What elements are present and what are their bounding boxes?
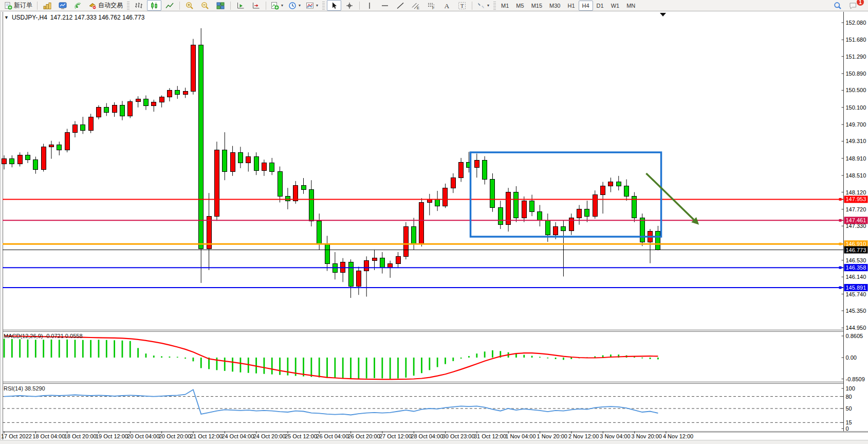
candle-body — [120, 105, 124, 116]
timeframe-button-h1[interactable]: H1 — [564, 1, 578, 11]
candle-body — [593, 195, 597, 217]
candle-body — [301, 185, 306, 189]
svg-text:F: F — [432, 5, 435, 10]
search-button[interactable] — [830, 0, 845, 11]
horizontal-line-button[interactable] — [378, 0, 392, 11]
svg-text:15: 15 — [846, 419, 852, 425]
candle-body — [459, 162, 464, 177]
timeframe-button-w1[interactable]: W1 — [607, 1, 623, 11]
cursor-button[interactable] — [327, 0, 341, 11]
candlestick-mode-button[interactable] — [147, 0, 161, 11]
bar-chart-mode-button[interactable] — [132, 0, 146, 11]
chevron-down-icon: ▾ — [487, 3, 489, 8]
toolbar-drag-handle[interactable] — [127, 2, 130, 10]
svg-text:1 Nov 04:00: 1 Nov 04:00 — [505, 433, 535, 439]
symbol-dropdown-icon[interactable]: ▼ — [4, 15, 9, 20]
horizontal-line-icon — [381, 2, 389, 10]
svg-text:151.680: 151.680 — [846, 37, 866, 43]
zoom-in-button[interactable] — [182, 0, 197, 11]
timeframe-button-m15[interactable]: M15 — [528, 1, 546, 11]
chart-shift-button[interactable] — [233, 0, 248, 11]
line-chart-mode-button[interactable] — [162, 0, 177, 11]
new-order-icon — [4, 2, 12, 10]
candle-body — [293, 185, 298, 201]
text-icon: A — [442, 2, 451, 10]
auto-scroll-button[interactable] — [249, 0, 263, 11]
timeframe-button-m5[interactable]: M5 — [512, 1, 527, 11]
autotrading-button[interactable]: 自动交易 — [86, 0, 125, 11]
candle-body — [443, 188, 448, 206]
svg-text:146.910: 146.910 — [846, 241, 866, 247]
toolbar-drag-handle[interactable] — [322, 2, 325, 10]
charts-window-button[interactable] — [40, 0, 54, 11]
separator — [230, 2, 231, 10]
ohlc-values: 147.212 147.333 146.762 146.773 — [50, 14, 145, 21]
candle-body — [538, 212, 542, 221]
svg-text:27 Oct 12:00: 27 Oct 12:00 — [379, 433, 412, 439]
symbol-timeframe-label: USDJPY-,H4 — [12, 14, 47, 21]
candle-body — [356, 271, 361, 287]
main-toolbar: 新订单 自动交易 ▾ ▾ ▾ E F A T ▾ M1M5M15M30H1H4D… — [0, 0, 868, 11]
svg-text:146.358: 146.358 — [846, 264, 866, 271]
chart-canvas[interactable]: 152.080151.680151.290150.890150.500150.1… — [0, 0, 868, 444]
periods-button[interactable]: ▾ — [286, 0, 303, 11]
candle-body — [553, 226, 558, 235]
chart-list-marker[interactable] — [660, 13, 666, 16]
svg-text:3 Nov 20:00: 3 Nov 20:00 — [632, 433, 662, 439]
tile-windows-button[interactable] — [213, 0, 228, 11]
toolbar-drag-handle[interactable] — [493, 2, 496, 10]
candle-body — [167, 90, 172, 97]
new-order-button[interactable]: 新订单 — [2, 0, 34, 11]
chevron-down-icon: ▾ — [299, 3, 301, 8]
candle-body — [88, 117, 93, 131]
line-chart-icon — [165, 2, 174, 10]
arrow-annotation[interactable] — [646, 173, 694, 220]
svg-text:147.461: 147.461 — [846, 217, 866, 223]
svg-text:A: A — [445, 2, 450, 10]
candle-body — [104, 108, 109, 113]
notifications-button[interactable]: 1 — [846, 0, 860, 11]
candle-body — [372, 258, 377, 261]
svg-text:150.100: 150.100 — [846, 104, 866, 111]
search-icon — [834, 2, 842, 10]
timeframe-button-m30[interactable]: M30 — [546, 1, 564, 11]
text-label-button[interactable]: T — [455, 0, 469, 11]
strategy-tester-button[interactable] — [56, 0, 70, 11]
svg-text:145.350: 145.350 — [846, 308, 866, 314]
timeframe-button-d1[interactable]: D1 — [593, 1, 607, 11]
signals-button[interactable] — [71, 0, 85, 11]
rsi-name: RSI(14) — [4, 385, 23, 392]
svg-text:150.500: 150.500 — [846, 87, 866, 93]
chevron-down-icon: ▾ — [316, 3, 318, 8]
chart-title-bar: ▼ USDJPY-,H4 147.212 147.333 146.762 146… — [4, 14, 144, 21]
separator — [37, 2, 38, 10]
candle-body — [569, 218, 574, 230]
fibonacci-button[interactable]: F — [424, 0, 438, 11]
candle-body — [143, 99, 148, 105]
vertical-line-icon — [365, 2, 374, 10]
zoom-out-button[interactable] — [198, 0, 212, 11]
indicators-button[interactable]: ▾ — [269, 0, 285, 11]
timeframe-button-h4[interactable]: H4 — [579, 1, 593, 11]
trendline-button[interactable] — [393, 0, 408, 11]
svg-text:146.530: 146.530 — [846, 257, 866, 263]
templates-button[interactable]: ▾ — [304, 0, 320, 11]
trendline-icon — [396, 2, 404, 10]
svg-text:100: 100 — [846, 385, 855, 392]
candle-body — [577, 209, 582, 218]
text-button[interactable]: A — [439, 0, 454, 11]
timeframe-button-m1[interactable]: M1 — [497, 1, 512, 11]
timeframe-button-mn[interactable]: MN — [623, 1, 639, 11]
vertical-line-button[interactable] — [362, 0, 377, 11]
channel-button[interactable]: E — [409, 0, 423, 11]
candle-body — [451, 177, 455, 188]
svg-text:144.950: 144.950 — [846, 325, 866, 331]
separator — [359, 2, 360, 10]
candle-body — [230, 152, 235, 171]
crosshair-button[interactable] — [342, 0, 357, 11]
svg-text:26 Oct 04:00: 26 Oct 04:00 — [316, 433, 348, 439]
candlestick-icon — [150, 2, 158, 10]
svg-text:4 Nov 12:00: 4 Nov 12:00 — [663, 433, 693, 439]
arrows-button[interactable]: ▾ — [475, 0, 491, 11]
candle-body — [152, 102, 156, 106]
